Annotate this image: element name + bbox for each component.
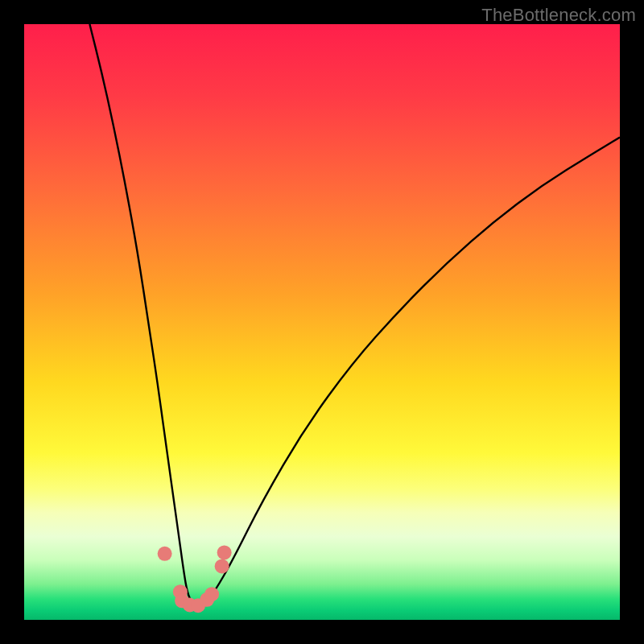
curve-dot [158,547,172,561]
chart-svg [24,24,620,620]
chart-frame: TheBottleneck.com [0,0,644,644]
plot-area [24,24,620,620]
curve-dot [217,545,232,559]
curve-dot [215,559,229,573]
curve-dot [204,587,219,601]
watermark-text: TheBottleneck.com [481,5,636,26]
gradient-background [24,24,620,620]
